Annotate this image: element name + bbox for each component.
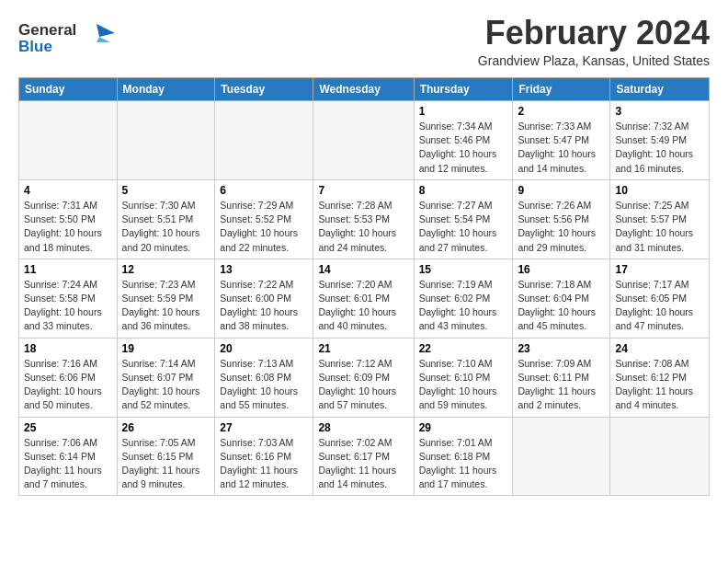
day-number: 12 [122,263,210,276]
day-detail: Sunrise: 7:12 AM Sunset: 6:09 PM Dayligh… [318,357,408,413]
calendar-cell: 22Sunrise: 7:10 AM Sunset: 6:10 PM Dayli… [414,338,513,417]
day-number: 5 [122,184,210,197]
day-detail: Sunrise: 7:24 AM Sunset: 5:58 PM Dayligh… [24,278,112,334]
title-area: February 2024 Grandview Plaza, Kansas, U… [478,17,710,68]
calendar-cell: 14Sunrise: 7:20 AM Sunset: 6:01 PM Dayli… [313,259,414,338]
day-detail: Sunrise: 7:02 AM Sunset: 6:17 PM Dayligh… [318,436,408,492]
calendar-cell: 17Sunrise: 7:17 AM Sunset: 6:05 PM Dayli… [610,259,710,338]
calendar-cell: 8Sunrise: 7:27 AM Sunset: 5:54 PM Daylig… [414,179,513,259]
day-number: 9 [518,184,605,197]
calendar-cell: 29Sunrise: 7:01 AM Sunset: 6:18 PM Dayli… [414,417,513,496]
day-detail: Sunrise: 7:25 AM Sunset: 5:57 PM Dayligh… [615,199,704,255]
svg-text:Blue: Blue [18,38,52,55]
day-detail: Sunrise: 7:27 AM Sunset: 5:54 PM Dayligh… [419,199,508,255]
calendar-cell: 13Sunrise: 7:22 AM Sunset: 6:00 PM Dayli… [215,259,313,338]
logo-text: General Blue [18,17,115,62]
calendar-cell: 19Sunrise: 7:14 AM Sunset: 6:07 PM Dayli… [117,338,215,417]
calendar-week-row: 18Sunrise: 7:16 AM Sunset: 6:06 PM Dayli… [19,338,710,417]
calendar-cell: 20Sunrise: 7:13 AM Sunset: 6:08 PM Dayli… [215,338,313,417]
day-number: 23 [518,342,605,355]
svg-text:General: General [18,21,76,39]
calendar-week-row: 25Sunrise: 7:06 AM Sunset: 6:14 PM Dayli… [19,417,710,496]
day-detail: Sunrise: 7:29 AM Sunset: 5:52 PM Dayligh… [220,199,308,255]
day-detail: Sunrise: 7:03 AM Sunset: 6:16 PM Dayligh… [220,436,308,492]
day-detail: Sunrise: 7:18 AM Sunset: 6:04 PM Dayligh… [518,278,605,334]
calendar-cell [117,101,215,180]
calendar-cell: 28Sunrise: 7:02 AM Sunset: 6:17 PM Dayli… [313,417,414,496]
header: General Blue February 2024 Grandview Pla… [18,17,710,68]
day-detail: Sunrise: 7:33 AM Sunset: 5:47 PM Dayligh… [518,120,605,176]
day-number: 18 [24,342,112,355]
day-number: 3 [615,105,704,118]
calendar-cell: 3Sunrise: 7:32 AM Sunset: 5:49 PM Daylig… [610,101,710,180]
calendar-cell: 25Sunrise: 7:06 AM Sunset: 6:14 PM Dayli… [19,417,118,496]
calendar-week-row: 11Sunrise: 7:24 AM Sunset: 5:58 PM Dayli… [19,259,710,338]
calendar-cell [513,417,610,496]
header-sunday: Sunday [19,78,118,101]
day-detail: Sunrise: 7:32 AM Sunset: 5:49 PM Dayligh… [615,120,704,176]
header-saturday: Saturday [610,78,710,101]
calendar-cell [313,101,414,180]
day-number: 6 [220,184,308,197]
day-number: 27 [220,421,308,434]
location: Grandview Plaza, Kansas, United States [478,53,710,68]
day-number: 11 [24,263,112,276]
calendar-cell: 1Sunrise: 7:34 AM Sunset: 5:46 PM Daylig… [414,101,513,180]
header-wednesday: Wednesday [313,78,414,101]
calendar-cell: 10Sunrise: 7:25 AM Sunset: 5:57 PM Dayli… [610,179,710,259]
calendar-cell: 15Sunrise: 7:19 AM Sunset: 6:02 PM Dayli… [414,259,513,338]
calendar-cell: 2Sunrise: 7:33 AM Sunset: 5:47 PM Daylig… [513,101,610,180]
day-detail: Sunrise: 7:14 AM Sunset: 6:07 PM Dayligh… [122,357,210,413]
day-number: 1 [419,105,508,118]
day-number: 24 [615,342,704,355]
day-detail: Sunrise: 7:28 AM Sunset: 5:53 PM Dayligh… [318,199,408,255]
calendar-week-row: 4Sunrise: 7:31 AM Sunset: 5:50 PM Daylig… [19,179,710,259]
day-number: 21 [318,342,408,355]
day-number: 28 [318,421,408,434]
calendar-cell: 6Sunrise: 7:29 AM Sunset: 5:52 PM Daylig… [215,179,313,259]
weekday-header-row: Sunday Monday Tuesday Wednesday Thursday… [19,78,710,101]
calendar-cell: 21Sunrise: 7:12 AM Sunset: 6:09 PM Dayli… [313,338,414,417]
day-detail: Sunrise: 7:08 AM Sunset: 6:12 PM Dayligh… [615,357,704,413]
day-number: 8 [419,184,508,197]
calendar-cell: 18Sunrise: 7:16 AM Sunset: 6:06 PM Dayli… [19,338,118,417]
header-thursday: Thursday [414,78,513,101]
day-detail: Sunrise: 7:05 AM Sunset: 6:15 PM Dayligh… [122,436,210,492]
day-detail: Sunrise: 7:22 AM Sunset: 6:00 PM Dayligh… [220,278,308,334]
day-number: 19 [122,342,210,355]
header-friday: Friday [513,78,610,101]
day-number: 26 [122,421,210,434]
header-monday: Monday [117,78,215,101]
day-detail: Sunrise: 7:01 AM Sunset: 6:18 PM Dayligh… [419,436,508,492]
day-detail: Sunrise: 7:20 AM Sunset: 6:01 PM Dayligh… [318,278,408,334]
day-detail: Sunrise: 7:06 AM Sunset: 6:14 PM Dayligh… [24,436,112,492]
day-detail: Sunrise: 7:19 AM Sunset: 6:02 PM Dayligh… [419,278,508,334]
page: General Blue February 2024 Grandview Pla… [0,0,728,505]
calendar-cell: 5Sunrise: 7:30 AM Sunset: 5:51 PM Daylig… [117,179,215,259]
day-detail: Sunrise: 7:30 AM Sunset: 5:51 PM Dayligh… [122,199,210,255]
calendar-cell: 12Sunrise: 7:23 AM Sunset: 5:59 PM Dayli… [117,259,215,338]
calendar-cell [19,101,118,180]
calendar-cell: 4Sunrise: 7:31 AM Sunset: 5:50 PM Daylig… [19,179,118,259]
calendar-cell: 24Sunrise: 7:08 AM Sunset: 6:12 PM Dayli… [610,338,710,417]
calendar-table: Sunday Monday Tuesday Wednesday Thursday… [18,77,710,496]
day-number: 17 [615,263,704,276]
day-number: 13 [220,263,308,276]
day-detail: Sunrise: 7:13 AM Sunset: 6:08 PM Dayligh… [220,357,308,413]
day-number: 29 [419,421,508,434]
calendar-cell: 23Sunrise: 7:09 AM Sunset: 6:11 PM Dayli… [513,338,610,417]
day-detail: Sunrise: 7:26 AM Sunset: 5:56 PM Dayligh… [518,199,605,255]
month-title: February 2024 [478,17,710,50]
day-detail: Sunrise: 7:17 AM Sunset: 6:05 PM Dayligh… [615,278,704,334]
day-number: 2 [518,105,605,118]
calendar-cell: 7Sunrise: 7:28 AM Sunset: 5:53 PM Daylig… [313,179,414,259]
day-detail: Sunrise: 7:23 AM Sunset: 5:59 PM Dayligh… [122,278,210,334]
calendar-cell: 16Sunrise: 7:18 AM Sunset: 6:04 PM Dayli… [513,259,610,338]
day-detail: Sunrise: 7:34 AM Sunset: 5:46 PM Dayligh… [419,120,508,176]
day-number: 10 [615,184,704,197]
day-detail: Sunrise: 7:16 AM Sunset: 6:06 PM Dayligh… [24,357,112,413]
calendar-cell: 26Sunrise: 7:05 AM Sunset: 6:15 PM Dayli… [117,417,215,496]
day-number: 7 [318,184,408,197]
day-number: 16 [518,263,605,276]
day-number: 22 [419,342,508,355]
